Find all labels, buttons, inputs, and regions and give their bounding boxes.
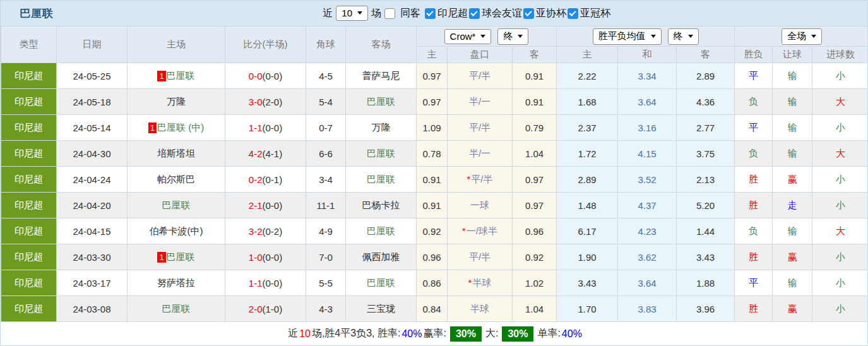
fulltime-score: 0-0 [249, 71, 263, 81]
goals-cell: 小 [812, 193, 868, 218]
corners-cell: 0-7 [306, 115, 346, 141]
away-team-cell: 万隆 [346, 115, 417, 141]
match-history-table: 类型 日期 主场 比分(半场) 角球 客场 Crow* 终 胜平负均值 终 [1, 26, 868, 346]
away-team-cell: 巴厘联 [346, 167, 417, 193]
home-team-name: 巴厘联 [162, 200, 191, 210]
date-cell: 24-04-20 [57, 193, 128, 218]
odds-draw-cell: 3.64 [618, 89, 677, 115]
league-filter-checkbox[interactable] [469, 8, 480, 19]
same-opponent-checkbox[interactable] [384, 8, 395, 19]
subcol-odds-draw: 和 [618, 47, 677, 63]
home-team-name: 巴厘联 [167, 251, 195, 262]
rate-badge: 30% [502, 326, 533, 342]
halftime-score: (0-0) [263, 278, 283, 289]
away-team-cell: 佩西加雅 [346, 244, 417, 270]
handicap-text: 平/半 [471, 174, 492, 184]
fulltime-score: 1-0 [249, 252, 263, 263]
fulltime-score: 3-0 [249, 97, 263, 107]
fulltime-score: 2-1 [249, 200, 263, 211]
result-cell: 平 [735, 270, 773, 296]
scope-select[interactable]: 全场 [782, 28, 822, 45]
date-cell: 24-04-15 [57, 218, 128, 244]
away-team-cell: 巴厘联 [346, 218, 417, 244]
home-team-name: 万隆 [167, 96, 186, 107]
table-row: 印尼超 24-04-24 帕尔斯巴 0-2(0-1) 3-4 巴厘联 0.91 … [1, 167, 868, 193]
odds-home-cell: 1.48 [557, 193, 618, 218]
ah-away-odds-cell: 1.04 [513, 296, 557, 322]
odds-type-select[interactable]: 胜平负均值 [593, 28, 662, 45]
handicap-cell: *一球 [448, 193, 513, 218]
fulltime-score: 1-1 [249, 278, 263, 289]
halftime-score: (0-1) [263, 174, 283, 185]
odds-home-cell: 2.89 [557, 167, 618, 193]
odds-stage-select[interactable]: 终 [668, 28, 699, 45]
odds-home-cell: 3.43 [557, 270, 618, 296]
odds-draw-cell: 3.83 [618, 296, 677, 322]
odds-away-cell: 4.36 [677, 89, 735, 115]
ah-away-odds-cell: 0.91 [513, 89, 557, 115]
chevron-down-icon [518, 35, 523, 38]
score-cell: 0-0(0-0) [225, 63, 306, 89]
corners-cell: 6-6 [306, 141, 346, 167]
odds-home-cell: 2.37 [557, 115, 618, 141]
chevron-down-icon [688, 35, 693, 38]
summary-part: 场,胜4平3负3, 胜率: [312, 327, 400, 340]
handicap-result-cell: 走 [773, 193, 812, 218]
corners-cell: 4-3 [306, 296, 346, 322]
date-cell: 24-04-24 [57, 167, 128, 193]
result-cell: 负 [735, 141, 773, 167]
goals-cell: 小 [812, 270, 868, 296]
table-row: 印尼超 24-05-18 万隆 3-0(2-0) 5-4 巴厘联 0.97 *半… [1, 89, 868, 115]
home-team-cell: 1巴厘联 [128, 244, 225, 270]
home-team-name: 培斯塔坦 [157, 148, 195, 158]
corners-cell: 11-1 [306, 193, 346, 218]
handicap-result-cell: 输 [773, 218, 812, 244]
bookmaker-select[interactable]: Crow* [444, 29, 492, 44]
score-cell: 3-0(2-0) [225, 89, 306, 115]
league-filter-checkbox[interactable] [425, 8, 436, 19]
away-team-cell: 普萨马尼 [346, 63, 417, 89]
handicap-cell: *半/一 [448, 141, 513, 167]
table-row: 印尼超 24-05-25 1巴厘联 0-0(0-0) 4-5 普萨马尼 0.97… [1, 63, 868, 89]
score-cell: 1-0(0-0) [225, 244, 306, 270]
summary-text: 近10场,胜4平3负3, 胜率:40% 赢率:30%大:30%单率:40% [3, 326, 868, 342]
col-score: 比分(半场) [225, 27, 306, 63]
live-star-icon: * [462, 225, 466, 236]
rank-badge: 1 [148, 122, 157, 133]
odds-draw-cell: 4.15 [618, 141, 677, 167]
ah-home-odds-cell: 0.96 [417, 244, 448, 270]
handicap-result-cell: 输 [773, 115, 812, 141]
handicap-text: 一球 [470, 200, 489, 210]
score-cell: 2-0(1-0) [225, 296, 306, 322]
league-filter-checkbox[interactable] [568, 8, 578, 19]
halftime-score: (0-0) [263, 252, 283, 263]
league-cell: 印尼超 [1, 218, 57, 244]
handicap-text: 半/一 [469, 96, 490, 107]
handicap-text: 半球 [470, 303, 489, 314]
odds-home-cell: 1.68 [557, 89, 618, 115]
ah-home-odds-cell: 0.78 [417, 141, 448, 167]
ah-home-odds-cell: 0.91 [417, 167, 448, 193]
col-away: 客场 [346, 27, 417, 63]
home-team-cell: 万隆 [128, 89, 225, 115]
ah-home-odds-cell: 0.84 [417, 296, 448, 322]
halftime-score: (2-0) [263, 97, 283, 107]
handicap-text: 半/一 [469, 148, 490, 158]
rank-badge: 1 [157, 252, 165, 263]
same-opponent-label: 同客 [400, 7, 420, 20]
league-filter: 亚冠杯 [568, 7, 612, 20]
away-team-name: 巴厘联 [367, 225, 395, 236]
match-history-panel: 巴厘联 近 10 场 同客 印尼超球会友谊亚协杯亚冠杯 类型 日期 主场 比分(… [0, 0, 868, 346]
fulltime-score: 0-2 [249, 174, 263, 185]
corners-cell: 4-9 [306, 218, 346, 244]
date-cell: 24-03-08 [57, 296, 128, 322]
league-cell: 印尼超 [1, 244, 57, 270]
summary-part: 10 [299, 328, 311, 340]
bookmaker-stage-select[interactable]: 终 [497, 28, 528, 45]
recent-count-select[interactable]: 10 [336, 6, 368, 21]
result-cell: 负 [735, 218, 773, 244]
league-filter-checkbox[interactable] [523, 8, 534, 19]
subcol-odds-home: 主 [557, 47, 618, 63]
handicap-result-cell: 输 [773, 270, 812, 296]
home-team-cell: 努萨塔拉 [128, 270, 225, 296]
